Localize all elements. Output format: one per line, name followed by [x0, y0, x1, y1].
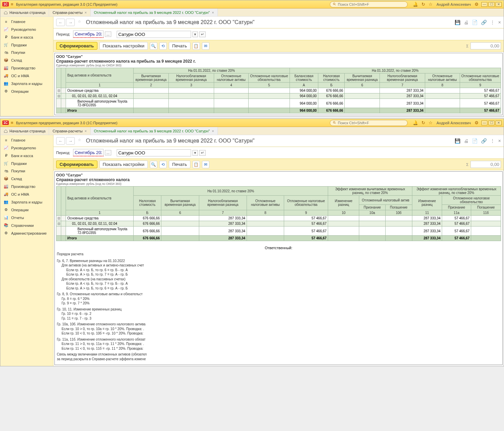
- print-icon[interactable]: 🖨: [464, 20, 468, 25]
- bell-icon[interactable]: 🔔: [413, 2, 418, 7]
- sidebar-item[interactable]: 🏭Производство: [0, 182, 53, 190]
- period-input[interactable]: [73, 149, 104, 156]
- org-open-button[interactable]: ↵: [199, 150, 206, 156]
- save-report-icon[interactable]: 📋: [192, 161, 200, 168]
- mail-icon[interactable]: ✉: [202, 42, 209, 50]
- favorite-icon[interactable]: ☆: [78, 138, 84, 144]
- tab-deferred-tax[interactable]: Отложенный налог на прибыль за 9 месяцев…: [91, 8, 218, 16]
- star-icon[interactable]: ☆: [429, 2, 433, 7]
- period-picker-button[interactable]: ...: [105, 31, 111, 37]
- sidebar-item[interactable]: ⚙Операции: [0, 87, 53, 95]
- table-row[interactable]: ⊟01, 02.01, 02.03, 02.11, 02.04676 666,6…: [56, 221, 501, 227]
- sidebar-item[interactable]: ⚙Операции: [0, 206, 53, 214]
- sidebar-item[interactable]: 🛍Покупки: [0, 49, 53, 56]
- window-minimize[interactable]: —: [481, 2, 487, 7]
- table-row[interactable]: ⊟01, 02.01, 02.03, 02.11, 02.04964 000,0…: [56, 93, 501, 99]
- show-settings-button[interactable]: Показать настройки: [99, 42, 148, 50]
- mail-icon[interactable]: ✉: [202, 161, 209, 168]
- table-row[interactable]: Вилочный автопогрузчик Toyota 72-8FDJ355…: [56, 227, 501, 236]
- close-form-icon[interactable]: ×: [498, 20, 501, 25]
- org-dropdown-button[interactable]: ▾: [192, 31, 198, 37]
- sidebar-item[interactable]: 🚚ОС и НМА: [0, 190, 53, 198]
- close-form-icon[interactable]: ×: [498, 138, 501, 144]
- history-icon[interactable]: ↻: [421, 2, 425, 7]
- nav-back-button[interactable]: ←: [56, 137, 65, 145]
- refresh-icon[interactable]: ⟲: [159, 161, 167, 168]
- sidebar-item[interactable]: ≡Главное: [0, 136, 53, 144]
- window-maximize[interactable]: ☐: [488, 121, 495, 125]
- show-settings-button[interactable]: Показать настройки: [99, 160, 148, 168]
- nav-forward-button[interactable]: →: [66, 19, 75, 26]
- nav-forward-button[interactable]: →: [66, 137, 75, 145]
- sidebar-item[interactable]: 📦Склад: [0, 175, 53, 182]
- print-button[interactable]: Печать: [169, 42, 190, 50]
- period-input[interactable]: [73, 30, 104, 38]
- settings-icon[interactable]: ⚙: [475, 2, 479, 7]
- org-input[interactable]: [117, 31, 191, 38]
- org-open-button[interactable]: ↵: [199, 31, 206, 37]
- search-input[interactable]: [338, 121, 405, 125]
- table-row[interactable]: ⊟Основные средства964 000,00676 666,6628…: [56, 88, 501, 93]
- print-icon[interactable]: 🖨: [464, 138, 468, 144]
- sigma-icon[interactable]: Σ: [466, 44, 468, 48]
- print-button[interactable]: Печать: [169, 160, 190, 168]
- sidebar-item[interactable]: 📚Справочники: [0, 221, 53, 229]
- link-icon[interactable]: 🔗: [481, 20, 487, 25]
- sidebar-item[interactable]: ₽Банк и касса: [0, 33, 53, 41]
- window-close[interactable]: ✕: [496, 2, 502, 7]
- favorite-icon[interactable]: ☆: [78, 19, 84, 25]
- form-button[interactable]: Сформировать: [56, 42, 97, 50]
- sidebar-item[interactable]: 📈Руководителю: [0, 25, 53, 33]
- form-button[interactable]: Сформировать: [56, 160, 97, 168]
- search-input[interactable]: [338, 2, 405, 6]
- tab-deferred-tax[interactable]: Отложенный налог на прибыль за 9 месяцев…: [91, 127, 218, 135]
- find-icon[interactable]: 🔍: [150, 161, 157, 168]
- org-input[interactable]: [117, 149, 191, 156]
- menu-icon[interactable]: ≡: [11, 120, 14, 125]
- more-icon[interactable]: ⋮: [490, 138, 495, 144]
- window-maximize[interactable]: ☐: [488, 2, 495, 7]
- close-icon[interactable]: ×: [212, 10, 214, 15]
- user-name[interactable]: Андрей Алексеевич: [436, 121, 471, 125]
- star-icon[interactable]: ☆: [429, 120, 433, 125]
- tab-references[interactable]: Справки-расчеты ×: [49, 127, 90, 135]
- tab-references[interactable]: Справки-расчеты ×: [49, 8, 90, 16]
- sidebar-item[interactable]: 🏭Производство: [0, 64, 53, 72]
- sum-field[interactable]: [471, 161, 501, 168]
- settings-icon[interactable]: ⚙: [475, 120, 479, 125]
- close-icon[interactable]: ×: [212, 129, 214, 133]
- sidebar-item[interactable]: 👥Зарплата и кадры: [0, 80, 53, 87]
- close-icon[interactable]: ×: [85, 10, 87, 15]
- sidebar-item[interactable]: ⚙Администрирование: [0, 229, 53, 237]
- period-picker-button[interactable]: ...: [105, 150, 111, 155]
- save-icon[interactable]: 💾: [455, 20, 460, 25]
- table-row[interactable]: Вилочный автопогрузчик Toyota 72-8FDJ355…: [56, 99, 501, 108]
- sidebar-item[interactable]: ₽Банк и касса: [0, 152, 53, 159]
- sidebar-item[interactable]: 📦Склад: [0, 56, 53, 64]
- global-search[interactable]: [330, 120, 408, 126]
- export-icon[interactable]: 📄: [472, 20, 478, 25]
- more-icon[interactable]: ⋮: [490, 20, 495, 25]
- save-icon[interactable]: 💾: [455, 138, 460, 144]
- sidebar-item[interactable]: 🛒Продажи: [0, 159, 53, 167]
- tab-home[interactable]: Начальная страница: [0, 8, 49, 16]
- nav-back-button[interactable]: ←: [56, 19, 65, 26]
- link-icon[interactable]: 🔗: [481, 138, 487, 144]
- sidebar-item[interactable]: 👥Зарплата и кадры: [0, 198, 53, 206]
- sidebar-item[interactable]: ≡Главное: [0, 18, 53, 25]
- window-minimize[interactable]: —: [481, 121, 487, 125]
- export-icon[interactable]: 📄: [472, 138, 478, 144]
- tab-home[interactable]: Начальная страница: [0, 127, 49, 135]
- sidebar-item[interactable]: 📈Руководителю: [0, 144, 53, 152]
- table-row[interactable]: ⊟Основные средства676 666,66287 333,3457…: [56, 216, 501, 221]
- global-search[interactable]: [330, 1, 408, 7]
- sidebar-item[interactable]: 🚚ОС и НМА: [0, 72, 53, 80]
- sidebar-item[interactable]: 🛒Продажи: [0, 41, 53, 49]
- org-dropdown-button[interactable]: ▾: [192, 150, 198, 156]
- sidebar-item[interactable]: 📊Отчеты: [0, 214, 53, 221]
- refresh-icon[interactable]: ⟲: [159, 42, 167, 50]
- sigma-icon[interactable]: Σ: [466, 163, 468, 167]
- save-report-icon[interactable]: 📋: [192, 42, 200, 50]
- window-close[interactable]: ✕: [496, 121, 502, 125]
- bell-icon[interactable]: 🔔: [413, 120, 418, 125]
